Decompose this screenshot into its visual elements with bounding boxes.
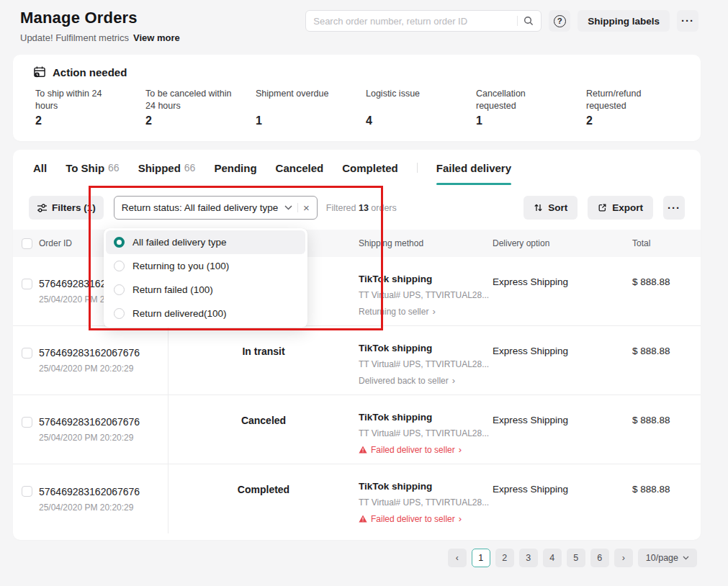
help-button[interactable]: ? <box>549 10 570 32</box>
search-input[interactable] <box>313 16 511 27</box>
chevron-down-icon[interactable] <box>284 205 292 210</box>
tab-to-ship[interactable]: To Ship 66 <box>66 150 119 186</box>
filters-button[interactable]: Filters (1) <box>29 196 104 220</box>
sort-button[interactable]: Sort <box>523 196 578 220</box>
chevron-right-icon: › <box>459 444 462 455</box>
page-button-1[interactable]: 1 <box>472 549 490 567</box>
order-tabs: All To Ship 66 Shipped 66 Pending Cancel… <box>13 150 701 186</box>
radio-icon[interactable] <box>114 308 125 319</box>
clear-filter-icon[interactable]: × <box>303 202 310 213</box>
delivery-option: Express Shipping <box>493 395 632 464</box>
order-search[interactable] <box>305 10 541 32</box>
chevron-right-icon: › <box>459 513 462 524</box>
row-checkbox[interactable] <box>22 348 32 359</box>
tab-shipped[interactable]: Shipped 66 <box>138 150 196 186</box>
pagination: ‹ 1 2 3 4 5 6 › 10/page <box>0 549 728 567</box>
tab-completed[interactable]: Completed <box>342 150 398 186</box>
toolbar-more-button[interactable]: ··· <box>663 196 685 220</box>
delivery-option: Express Shipping <box>493 326 632 395</box>
col-order-id: Order ID <box>39 238 72 248</box>
shipping-failed-link[interactable]: Failed deliver to seller › <box>359 513 493 524</box>
order-status: Completed <box>168 464 359 533</box>
radio-icon[interactable] <box>114 261 125 271</box>
dropdown-option-returning-to-you[interactable]: Returning to you (100) <box>106 254 305 278</box>
shipping-failed-link[interactable]: Failed deliver to seller › <box>359 444 493 455</box>
shipping-method: TikTok shipping <box>359 274 493 284</box>
row-checkbox[interactable] <box>22 486 32 497</box>
table-row: 576469283162067676 25/04/2020 PM 20:20:2… <box>13 464 701 533</box>
page-button-2[interactable]: 2 <box>495 549 514 567</box>
select-all-checkbox[interactable] <box>22 238 32 249</box>
filtered-count-text: Filtered 13 orders <box>326 203 397 213</box>
order-date: 25/04/2020 PM 20:20:29 <box>39 502 168 513</box>
metric-cancellation-requested[interactable]: Cancellation requested 1 <box>474 88 584 127</box>
shipping-cell: TikTok shipping TT Virtual# UPS, TTVIRTU… <box>359 326 493 395</box>
delivery-option: Express Shipping <box>493 257 632 325</box>
order-date: 25/04/2020 PM 20:20:29 <box>39 364 168 374</box>
tracking-number: TT Virtual# UPS, TTVIRTUAL28... <box>359 359 493 369</box>
export-button[interactable]: Export <box>588 196 653 220</box>
dropdown-option-all-failed[interactable]: All failed delivery type <box>106 230 305 254</box>
return-status-filter-select[interactable]: Return status: All failed delivery type … <box>114 196 318 220</box>
order-total: $ 888.88 <box>632 395 701 464</box>
update-note: Update! Fulfilment metrics <box>20 32 129 43</box>
ellipsis-icon: ··· <box>681 17 694 24</box>
prev-page-button[interactable]: ‹ <box>448 549 467 567</box>
page-button-5[interactable]: 5 <box>567 549 585 567</box>
order-total: $ 888.88 <box>632 464 701 533</box>
order-id-cell: 576469283162067676 25/04/2020 PM 20:20:2… <box>13 326 168 395</box>
dropdown-option-return-failed[interactable]: Return failed (100) <box>106 278 305 302</box>
delivery-option: Express Shipping <box>493 464 632 533</box>
action-needed-panel: Action needed To ship within 24 hours 2 … <box>13 55 701 141</box>
row-checkbox[interactable] <box>22 279 32 289</box>
shipping-status-link[interactable]: Returning to seller › <box>359 306 493 317</box>
order-id[interactable]: 576469283162067676 <box>39 416 140 428</box>
radio-icon[interactable] <box>114 284 125 295</box>
orders-panel: All To Ship 66 Shipped 66 Pending Cancel… <box>13 150 701 540</box>
order-id-cell: 576469283162067676 25/04/2020 PM 20:20:2… <box>13 395 168 464</box>
tab-pending[interactable]: Pending <box>214 150 256 186</box>
metric-to-ship[interactable]: To ship within 24 hours 2 <box>33 88 143 127</box>
sort-icon <box>534 203 543 212</box>
col-delivery-option: Delivery option <box>493 238 632 248</box>
table-row: 576469283162067676 25/04/2020 PM 20:20:2… <box>13 395 701 464</box>
action-metrics: To ship within 24 hours 2 To be canceled… <box>33 88 680 127</box>
order-id-cell: 576469283162067676 25/04/2020 PM 20:20:2… <box>13 464 168 533</box>
radio-selected-icon[interactable] <box>114 237 125 248</box>
search-icon[interactable] <box>523 16 534 26</box>
table-toolbar: Filters (1) Return status: All failed de… <box>13 196 701 220</box>
tracking-number: TT Virtual# UPS, TTVIRTUAL28... <box>359 428 493 438</box>
shipping-labels-button[interactable]: Shipping labels <box>578 10 670 32</box>
col-total: Total <box>632 238 701 248</box>
view-more-link[interactable]: View more <box>133 32 180 43</box>
page-size-select[interactable]: 10/page <box>638 549 697 567</box>
shipping-method: TikTok shipping <box>359 481 493 492</box>
export-icon <box>598 203 607 212</box>
page-button-6[interactable]: 6 <box>590 549 609 567</box>
header-actions: ? Shipping labels ··· <box>305 10 698 32</box>
ellipsis-icon: ··· <box>668 204 680 212</box>
filter-chip-label: Return status: All failed delivery type <box>122 202 284 213</box>
tab-canceled[interactable]: Canceled <box>276 150 324 186</box>
metric-logistic-issue[interactable]: Logistic issue 4 <box>364 88 474 127</box>
row-checkbox[interactable] <box>22 417 32 428</box>
page-button-3[interactable]: 3 <box>519 549 538 567</box>
tab-all[interactable]: All <box>33 150 47 186</box>
order-status: Canceled <box>168 395 359 464</box>
metric-shipment-overdue[interactable]: Shipment overdue 1 <box>253 88 364 127</box>
metric-to-be-canceled[interactable]: To be canceled within 24 hours 2 <box>143 88 253 127</box>
metric-return-refund[interactable]: Return/refund requested 2 <box>584 88 699 127</box>
update-note-row: Update! Fulfilment metricsView more <box>20 32 728 43</box>
page-button-4[interactable]: 4 <box>543 549 562 567</box>
action-needed-header: Action needed <box>33 66 680 78</box>
shipping-status-link[interactable]: Delivered back to seller › <box>359 375 493 386</box>
tab-failed-delivery[interactable]: Failed delivery <box>436 150 511 186</box>
order-id[interactable]: 576469283162067676 <box>39 486 140 497</box>
header-more-button[interactable]: ··· <box>677 10 698 32</box>
next-page-button[interactable]: › <box>614 549 633 567</box>
order-id[interactable]: 576469283162067676 <box>39 347 140 359</box>
chevron-down-icon <box>683 556 689 560</box>
search-divider <box>517 16 518 26</box>
dropdown-option-return-delivered[interactable]: Return delivered(100) <box>106 302 305 325</box>
chevron-right-icon: › <box>452 375 455 386</box>
